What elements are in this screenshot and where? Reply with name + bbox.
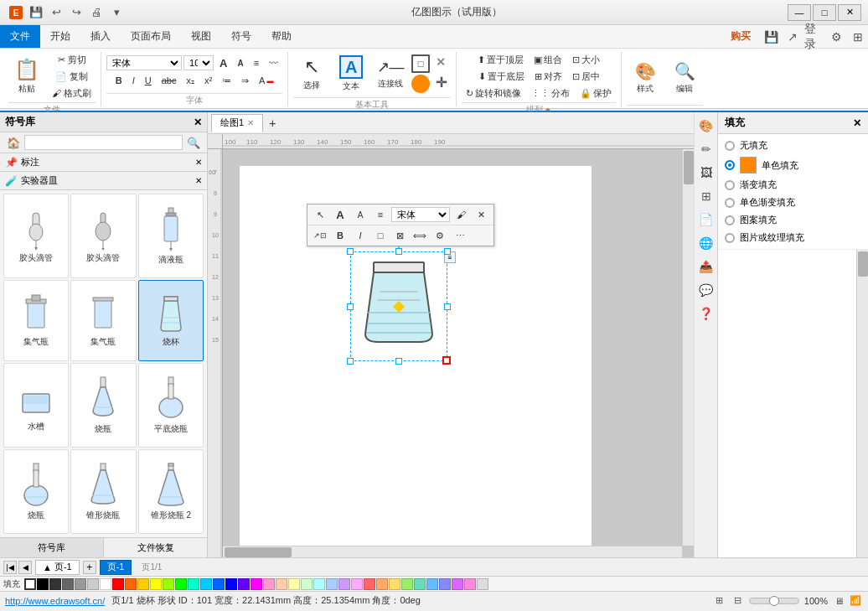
tab-symbol-lib[interactable]: 符号库 — [0, 538, 104, 557]
fill-option-solid[interactable]: 单色填充 — [725, 157, 861, 173]
print-btn[interactable]: 🖨 — [87, 3, 106, 22]
font-size-select[interactable]: 10 — [183, 55, 214, 70]
font-size-down-btn[interactable]: A — [233, 55, 247, 70]
color-swatch-item[interactable] — [150, 578, 162, 590]
color-swatch-item[interactable] — [477, 578, 488, 590]
category-lab-close[interactable]: ✕ — [195, 176, 202, 185]
page-first-btn[interactable]: |◀ — [3, 561, 17, 574]
category-lab[interactable]: 🧪 实验器皿 ✕ — [0, 172, 207, 190]
save-btn[interactable]: 💾 — [27, 3, 45, 22]
color-swatch-item[interactable] — [351, 578, 363, 590]
canvas-tab-drawing1[interactable]: 绘图1 ✕ — [211, 114, 263, 132]
category-annotation[interactable]: 📌 标注 ✕ — [0, 153, 207, 172]
underline-btn[interactable]: U — [141, 73, 156, 88]
color-swatch-item[interactable] — [464, 578, 476, 590]
color-swatch-item[interactable] — [112, 578, 124, 590]
color-swatch-item[interactable] — [364, 578, 375, 590]
handle-bl[interactable] — [347, 358, 354, 365]
fill-color-swatch[interactable] — [740, 157, 757, 173]
ft-grow-btn[interactable]: A — [331, 206, 349, 223]
symbol-flask2[interactable]: 平底烧瓶 — [138, 363, 204, 448]
panel-home-btn[interactable]: 🏠 — [5, 134, 22, 151]
taskbar-icon1[interactable]: 🖥 — [831, 593, 846, 608]
shape-circle-btn[interactable] — [411, 75, 430, 93]
handle-tm[interactable] — [395, 248, 402, 255]
subscript-btn[interactable]: x₂ — [182, 73, 199, 88]
strikethrough-btn[interactable]: abc — [158, 73, 181, 88]
symbol-dropper2[interactable]: 胶头滴管 — [70, 194, 136, 278]
font-size-up-btn[interactable]: A — [215, 55, 231, 70]
fill-option-gradient[interactable]: 渐变填充 — [725, 179, 861, 191]
symbol-gasbottle1[interactable]: 集气瓶 — [3, 280, 69, 360]
fill-tool-icon[interactable]: 🎨 — [696, 116, 716, 136]
color-swatch-item[interactable] — [87, 578, 99, 590]
protect-btn[interactable]: 🔒 保护 — [576, 85, 616, 101]
layer-tool-icon[interactable]: ⊞ — [696, 186, 716, 206]
ft-link-btn[interactable]: ↗⊡ — [311, 227, 329, 244]
zoom-slider[interactable] — [749, 598, 799, 604]
shape-x-btn[interactable]: ✕ — [431, 54, 450, 70]
edit-panel-btn[interactable]: 🔍 编辑 — [666, 56, 703, 100]
ft-settings-btn[interactable]: ⚙ — [431, 227, 449, 244]
vertical-scrollbar[interactable] — [682, 149, 694, 546]
color-swatch-item[interactable] — [200, 578, 212, 590]
horizontal-scroll-thumb[interactable] — [225, 547, 292, 557]
cut-btn[interactable]: ✂ 剪切 — [48, 52, 96, 67]
horizontal-scrollbar[interactable] — [223, 546, 682, 557]
color-swatch-item[interactable] — [376, 578, 388, 590]
shape-rect-btn[interactable]: □ — [411, 54, 430, 73]
page-prev-btn[interactable]: ◀ — [18, 561, 32, 574]
symbol-dropper1[interactable]: 胶头滴管 — [3, 194, 69, 278]
color-swatch-item[interactable] — [175, 578, 187, 590]
text-align-btn[interactable]: ≡ — [250, 55, 263, 70]
color-swatch-item[interactable] — [213, 578, 225, 590]
ft-width-btn[interactable]: ⟺ — [411, 227, 429, 244]
ft-shape2-btn[interactable]: ⊠ — [390, 227, 409, 244]
superscript-btn[interactable]: x² — [200, 73, 216, 88]
close-btn[interactable]: ✕ — [838, 4, 861, 21]
rotate-btn[interactable]: ↻ 旋转和镜像 — [462, 85, 525, 101]
distribute-btn[interactable]: ⋮⋮ 分布 — [527, 85, 574, 101]
symbol-search-btn[interactable]: 🔍 — [185, 134, 202, 151]
ft-italic-btn[interactable]: I — [351, 227, 369, 244]
tab-file-restore[interactable]: 文件恢复 — [104, 538, 207, 557]
help-tool-icon[interactable]: ❓ — [696, 303, 716, 324]
indent-btn[interactable]: ⇒ — [237, 73, 253, 88]
to-top-btn[interactable]: ⬆ 置于顶层 — [473, 52, 528, 67]
color-swatch-item[interactable] — [75, 578, 86, 590]
color-swatch-item[interactable] — [439, 578, 451, 590]
symbol-flask3[interactable]: 烧瓶 — [3, 449, 69, 534]
color-swatch-item[interactable] — [188, 578, 199, 590]
globe-tool-icon[interactable]: 🌐 — [696, 233, 716, 253]
undo-btn[interactable]: ↩ — [47, 3, 65, 22]
apps-icon-btn[interactable]: ⊞ — [848, 27, 868, 47]
style-panel-btn[interactable]: 🎨 样式 — [627, 56, 664, 100]
center-btn[interactable]: ⊡ 居中 — [568, 69, 604, 84]
ft-font-select[interactable]: 宋体 — [391, 207, 450, 222]
ft-paint-btn[interactable]: 🖌 — [452, 206, 470, 223]
image-tool-icon[interactable]: 🖼 — [696, 163, 716, 183]
color-swatch-item[interactable] — [125, 578, 137, 590]
color-swatch-item[interactable] — [414, 578, 426, 590]
menu-start[interactable]: 开始 — [40, 25, 80, 48]
ft-align-btn[interactable]: ≡ — [371, 206, 390, 223]
website-link[interactable]: http://www.edrawsoft.cn/ — [5, 596, 105, 606]
canvas-content[interactable]: ↖ A A ≡ 宋体 🖌 ✕ ↗⊡ B — [223, 149, 694, 557]
handle-tr[interactable] — [444, 248, 451, 255]
group-btn[interactable]: ▣ 组合 — [530, 52, 566, 67]
symbol-gasbottle2[interactable]: 集气瓶 — [70, 280, 136, 360]
ft-shape1-btn[interactable]: □ — [371, 227, 390, 244]
symbol-conical1[interactable]: 锥形烧瓶 — [70, 449, 136, 534]
color-swatch-item[interactable] — [452, 578, 463, 590]
color-swatch-item[interactable] — [62, 578, 74, 590]
menu-view[interactable]: 视图 — [181, 25, 221, 48]
symbol-panel-close[interactable]: ✕ — [194, 117, 202, 128]
color-swatch-item[interactable] — [263, 578, 275, 590]
wave-btn[interactable]: 〰 — [265, 55, 282, 70]
menu-insert[interactable]: 插入 — [80, 25, 121, 48]
bold-btn[interactable]: B — [111, 73, 127, 88]
export-tool-icon[interactable]: 📤 — [696, 256, 716, 277]
color-swatch-item[interactable] — [137, 578, 149, 590]
copy-btn[interactable]: 📄 复制 — [48, 69, 96, 84]
text-btn[interactable]: A 文本 — [333, 52, 369, 96]
